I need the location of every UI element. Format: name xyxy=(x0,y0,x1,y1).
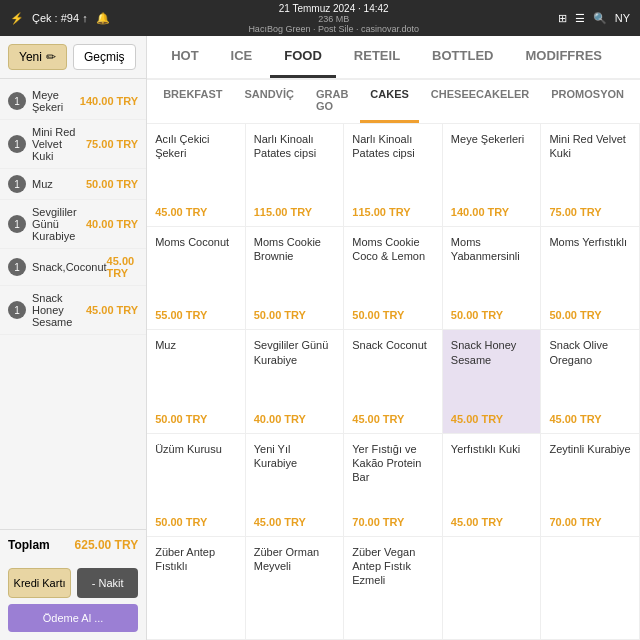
product-price: 70.00 TRY xyxy=(352,516,434,528)
item-name: Sevgililer Günü Kurabiye xyxy=(32,206,86,242)
nav-tab-reteil[interactable]: RETEIL xyxy=(340,36,414,78)
nav-tab-bottled[interactable]: BOTTLED xyxy=(418,36,507,78)
product-cell[interactable]: Moms Cookie Coco & Lemon 50.00 TRY xyxy=(344,227,443,330)
product-cell[interactable]: Snack Coconut 45.00 TRY xyxy=(344,330,443,433)
product-price: 70.00 TRY xyxy=(549,516,631,528)
product-name: Meye Şekerleri xyxy=(451,132,533,200)
product-name: Züber Orman Meyveli xyxy=(254,545,336,625)
kredi-button[interactable]: Kredi Kartı xyxy=(8,568,71,598)
item-price: 40.00 TRY xyxy=(86,218,138,230)
product-cell[interactable]: Yerfıstıklı Kuki 45.00 TRY xyxy=(443,434,542,537)
product-cell[interactable]: Mini Red Velvet Kuki 75.00 TRY xyxy=(541,124,640,227)
sub-tab-cakes[interactable]: CAKES xyxy=(360,80,419,123)
product-cell[interactable] xyxy=(443,537,542,640)
sidebar: Yeni ✏ Geçmiş 1 Meye Şekeri 140.00 TRY 1… xyxy=(0,36,147,640)
item-name: Mini Red Velvet Kuki xyxy=(32,126,86,162)
total-label: Toplam xyxy=(8,538,50,552)
gecmis-label: Geçmiş xyxy=(84,50,125,64)
yeni-button[interactable]: Yeni ✏ xyxy=(8,44,67,70)
product-cell[interactable]: Muz 50.00 TRY xyxy=(147,330,246,433)
product-cell[interactable]: Yer Fıstığı ve Kakão Protein Bar 70.00 T… xyxy=(344,434,443,537)
sub-tab-cheseecakeler[interactable]: CHESEECAKELER xyxy=(421,80,539,123)
sub-tab-grab-go[interactable]: GRAB GO xyxy=(306,80,358,123)
menu-icon[interactable]: ☰ xyxy=(575,12,585,25)
sub-tab-promosyon[interactable]: PROMOSYON xyxy=(541,80,634,123)
product-name: Züber Antep Fıstıklı xyxy=(155,545,237,625)
memory-label: 236 MB xyxy=(318,14,349,24)
item-price: 45.00 TRY xyxy=(107,255,139,279)
product-name xyxy=(549,545,631,625)
item-qty: 1 xyxy=(8,92,26,110)
search-icon[interactable]: 🔍 xyxy=(593,12,607,25)
sub-tab-sandvi̇ç[interactable]: SANDVİÇ xyxy=(234,80,304,123)
product-price: 45.00 TRY xyxy=(352,413,434,425)
nav-tab-food[interactable]: FOOD xyxy=(270,36,336,78)
subtitle-label: HacıBog Green · Post Sile · casinovar.do… xyxy=(248,24,419,34)
grid-icon[interactable]: ⊞ xyxy=(558,12,567,25)
product-price: 40.00 TRY xyxy=(254,413,336,425)
product-name: Sevgililer Günü Kurabiye xyxy=(254,338,336,406)
nakit-button[interactable]: - Nakit xyxy=(77,568,138,598)
sidebar-items: 1 Meye Şekeri 140.00 TRY 1 Mini Red Velv… xyxy=(0,79,146,529)
product-name: Züber Vegan Antep Fıstık Ezmeli xyxy=(352,545,434,625)
sidebar-buttons: Kredi Kartı - Nakit Ödeme Al ... xyxy=(0,560,146,640)
product-name: Acılı Çekici Şekeri xyxy=(155,132,237,200)
product-price: 45.00 TRY xyxy=(254,516,336,528)
cek-label[interactable]: Çek : #94 ↑ xyxy=(32,12,88,24)
pencil-icon: ✏ xyxy=(46,50,56,64)
content: HOTICEFOODRETEILBOTTLEDMODIFFRES BREKFAS… xyxy=(147,36,640,640)
odeme-label: Ödeme Al ... xyxy=(43,612,104,624)
product-cell[interactable]: Snack Olive Oregano 45.00 TRY xyxy=(541,330,640,433)
product-cell[interactable]: Snack Honey Sesame 45.00 TRY xyxy=(443,330,542,433)
product-cell[interactable]: Sevgililer Günü Kurabiye 40.00 TRY xyxy=(246,330,345,433)
product-name: Snack Honey Sesame xyxy=(451,338,533,406)
product-cell[interactable] xyxy=(541,537,640,640)
nav-tab-hot[interactable]: HOT xyxy=(157,36,212,78)
gecmis-button[interactable]: Geçmiş xyxy=(73,44,136,70)
product-price: 75.00 TRY xyxy=(549,206,631,218)
product-cell[interactable]: Acılı Çekici Şekeri 45.00 TRY xyxy=(147,124,246,227)
sidebar-item[interactable]: 1 Mini Red Velvet Kuki 75.00 TRY xyxy=(0,120,146,169)
sub-tabs: BREKFASTSANDVİÇGRAB GOCAKESCHESEECAKELER… xyxy=(147,80,640,124)
odeme-button[interactable]: Ödeme Al ... xyxy=(8,604,138,632)
product-cell[interactable]: Züber Vegan Antep Fıstık Ezmeli xyxy=(344,537,443,640)
product-cell[interactable]: Moms Yerfıstıklı 50.00 TRY xyxy=(541,227,640,330)
product-price: 50.00 TRY xyxy=(549,309,631,321)
product-cell[interactable]: Züber Orman Meyveli xyxy=(246,537,345,640)
lightning-icon: ⚡ xyxy=(10,12,24,25)
product-name: Moms Yerfıstıklı xyxy=(549,235,631,303)
product-cell[interactable]: Üzüm Kurusu 50.00 TRY xyxy=(147,434,246,537)
sidebar-item[interactable]: 1 Meye Şekeri 140.00 TRY xyxy=(0,83,146,120)
product-price: 50.00 TRY xyxy=(254,309,336,321)
product-name: Mini Red Velvet Kuki xyxy=(549,132,631,200)
nav-tab-ice[interactable]: ICE xyxy=(217,36,267,78)
top-bar-right: ⊞ ☰ 🔍 NY xyxy=(558,12,630,25)
nav-tab-modiffres[interactable]: MODIFFRES xyxy=(511,36,616,78)
product-name: Zeytinli Kurabiye xyxy=(549,442,631,510)
product-cell[interactable]: Moms Cookie Brownie 50.00 TRY xyxy=(246,227,345,330)
product-cell[interactable]: Moms Yabanmersinli 50.00 TRY xyxy=(443,227,542,330)
product-cell[interactable]: Narlı Kinoalı Patates cipsi 115.00 TRY xyxy=(344,124,443,227)
product-price: 55.00 TRY xyxy=(155,309,237,321)
user-label: NY xyxy=(615,12,630,24)
product-price: 45.00 TRY xyxy=(155,206,237,218)
item-name: Snack,Coconut xyxy=(32,261,107,273)
product-name: Snack Olive Oregano xyxy=(549,338,631,406)
item-qty: 1 xyxy=(8,135,26,153)
product-cell[interactable]: Zeytinli Kurabiye 70.00 TRY xyxy=(541,434,640,537)
product-name: Yerfıstıklı Kuki xyxy=(451,442,533,510)
sidebar-item[interactable]: 1 Snack Honey Sesame 45.00 TRY xyxy=(0,286,146,335)
sidebar-header: Yeni ✏ Geçmiş xyxy=(0,36,146,79)
product-price: 140.00 TRY xyxy=(451,206,533,218)
sub-tab-brekfast[interactable]: BREKFAST xyxy=(153,80,232,123)
product-cell[interactable]: Züber Antep Fıstıklı xyxy=(147,537,246,640)
product-cell[interactable]: Meye Şekerleri 140.00 TRY xyxy=(443,124,542,227)
item-price: 75.00 TRY xyxy=(86,138,138,150)
sidebar-item[interactable]: 1 Muz 50.00 TRY xyxy=(0,169,146,200)
product-cell[interactable]: Narlı Kinoalı Patates cipsi 115.00 TRY xyxy=(246,124,345,227)
product-cell[interactable]: Yeni Yıl Kurabiye 45.00 TRY xyxy=(246,434,345,537)
sidebar-item[interactable]: 1 Snack,Coconut 45.00 TRY xyxy=(0,249,146,286)
sidebar-item[interactable]: 1 Sevgililer Günü Kurabiye 40.00 TRY xyxy=(0,200,146,249)
product-cell[interactable]: Moms Coconut 55.00 TRY xyxy=(147,227,246,330)
item-price: 45.00 TRY xyxy=(86,304,138,316)
